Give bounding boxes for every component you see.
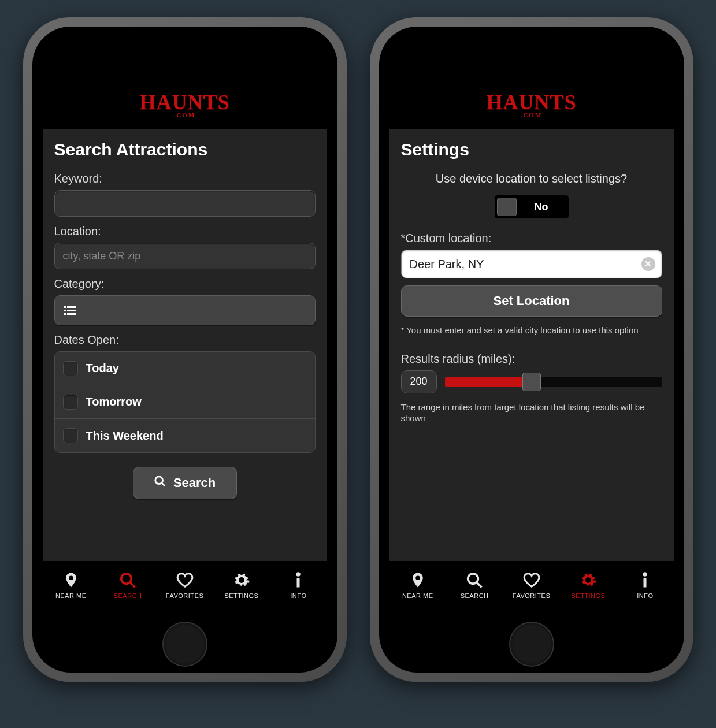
svg-rect-0 <box>64 306 66 308</box>
svg-point-12 <box>468 573 478 584</box>
radius-value: 200 <box>401 370 437 393</box>
pin-icon <box>409 571 426 590</box>
brand-name: HAUNTS <box>486 94 576 112</box>
location-input[interactable] <box>54 243 316 269</box>
tab-label: SETTINGS <box>224 592 258 599</box>
screen-search: HAUNTS .COM Search Attractions Keyword: … <box>43 82 327 609</box>
svg-line-13 <box>477 582 482 587</box>
keyword-input[interactable] <box>54 190 316 217</box>
phone-bezel: HAUNTS .COM Search Attractions Keyword: … <box>32 27 337 673</box>
heart-icon <box>176 571 194 590</box>
tab-settings[interactable]: SETTINGS <box>560 561 617 609</box>
svg-point-6 <box>155 477 163 484</box>
tab-favorites[interactable]: FAVORITES <box>503 561 559 609</box>
page-title: Search Attractions <box>54 140 316 159</box>
home-button[interactable] <box>509 622 554 667</box>
tab-bar: NEAR ME SEARCH FAVORITES SETTINGS INFO <box>389 560 674 609</box>
tab-search[interactable]: SEARCH <box>446 561 503 609</box>
toggle-handle[interactable] <box>497 198 517 216</box>
radius-slider[interactable] <box>445 376 662 388</box>
svg-rect-10 <box>297 578 300 587</box>
svg-rect-3 <box>67 310 76 311</box>
radius-slider-row: 200 <box>401 370 662 393</box>
home-button[interactable] <box>162 622 207 667</box>
tab-label: NEAR ME <box>55 592 87 599</box>
keyword-label: Keyword: <box>54 172 316 185</box>
clear-icon[interactable]: ✕ <box>641 257 655 271</box>
tab-label: FAVORITES <box>166 592 203 599</box>
date-label: Today <box>86 362 119 375</box>
svg-line-9 <box>130 582 135 587</box>
set-location-label: Set Location <box>493 294 569 309</box>
svg-point-15 <box>643 572 648 577</box>
tab-label: FAVORITES <box>513 592 550 599</box>
tab-bar: NEAR ME SEARCH FAVORITES SETTINGS INFO <box>43 560 327 609</box>
heart-icon <box>523 571 540 590</box>
category-select[interactable] <box>54 295 316 325</box>
tab-info[interactable]: INFO <box>270 561 327 609</box>
tab-favorites[interactable]: FAVORITES <box>156 561 213 609</box>
phone-frame-left: HAUNTS .COM Search Attractions Keyword: … <box>23 17 347 682</box>
svg-point-11 <box>296 572 301 577</box>
date-option-tomorrow[interactable]: Tomorrow <box>55 385 315 419</box>
search-icon <box>154 475 166 491</box>
tab-label: SEARCH <box>114 592 142 599</box>
location-helper: * You must enter and set a valid city lo… <box>401 325 662 336</box>
svg-rect-5 <box>67 313 76 315</box>
brand-logo: HAUNTS .COM <box>486 94 576 118</box>
search-icon <box>119 571 136 590</box>
radius-helper: The range in miles from target location … <box>401 402 662 424</box>
info-icon <box>636 571 654 590</box>
device-location-toggle[interactable]: No <box>494 195 569 219</box>
svg-rect-4 <box>64 313 66 315</box>
dates-list: Today Tomorrow This Weekend <box>54 351 316 453</box>
custom-location-wrap: ✕ <box>401 250 662 278</box>
radius-label: Results radius (miles): <box>401 352 662 366</box>
pin-icon <box>62 571 80 590</box>
phone-bezel: HAUNTS .COM Settings Use device location… <box>379 27 684 673</box>
tab-nearme[interactable]: NEAR ME <box>43 561 99 609</box>
date-option-weekend[interactable]: This Weekend <box>55 419 315 452</box>
tab-label: NEAR ME <box>402 592 433 599</box>
checkbox[interactable] <box>63 395 78 410</box>
date-option-today[interactable]: Today <box>55 352 315 385</box>
slider-thumb[interactable] <box>522 373 541 391</box>
phone-frame-right: HAUNTS .COM Settings Use device location… <box>370 17 693 682</box>
svg-rect-14 <box>644 578 647 587</box>
tab-label: INFO <box>290 592 306 599</box>
info-icon <box>290 571 307 590</box>
app-header: HAUNTS .COM <box>43 82 327 129</box>
dates-label: Dates Open: <box>54 333 316 347</box>
checkbox[interactable] <box>63 428 78 443</box>
custom-location-label: *Custom location: <box>401 232 662 245</box>
brand-logo: HAUNTS .COM <box>139 94 229 118</box>
app-header: HAUNTS .COM <box>389 82 674 129</box>
search-content: Search Attractions Keyword: Location: Ca… <box>43 129 327 560</box>
list-icon <box>63 303 77 317</box>
settings-content: Settings Use device location to select l… <box>389 129 674 560</box>
svg-point-8 <box>121 573 132 584</box>
brand-name: HAUNTS <box>139 94 229 112</box>
location-label: Location: <box>54 225 316 238</box>
tab-label: SEARCH <box>461 592 489 599</box>
slider-fill <box>445 377 532 387</box>
tab-nearme[interactable]: NEAR ME <box>389 561 446 609</box>
svg-rect-2 <box>64 310 66 311</box>
category-label: Category: <box>54 277 316 291</box>
search-button-label: Search <box>173 476 216 491</box>
tab-label: INFO <box>637 592 653 599</box>
date-label: Tomorrow <box>86 395 142 408</box>
svg-line-7 <box>162 483 165 486</box>
device-location-question: Use device location to select listings? <box>401 172 662 185</box>
checkbox[interactable] <box>63 361 78 376</box>
screen-settings: HAUNTS .COM Settings Use device location… <box>389 82 674 609</box>
custom-location-input[interactable] <box>401 250 662 278</box>
set-location-button[interactable]: Set Location <box>401 285 662 317</box>
svg-rect-1 <box>67 306 76 308</box>
tab-label: SETTINGS <box>571 592 605 599</box>
page-title: Settings <box>401 140 662 159</box>
tab-search[interactable]: SEARCH <box>99 561 156 609</box>
search-button[interactable]: Search <box>133 467 237 499</box>
tab-info[interactable]: INFO <box>617 561 673 609</box>
tab-settings[interactable]: SETTINGS <box>213 561 270 609</box>
